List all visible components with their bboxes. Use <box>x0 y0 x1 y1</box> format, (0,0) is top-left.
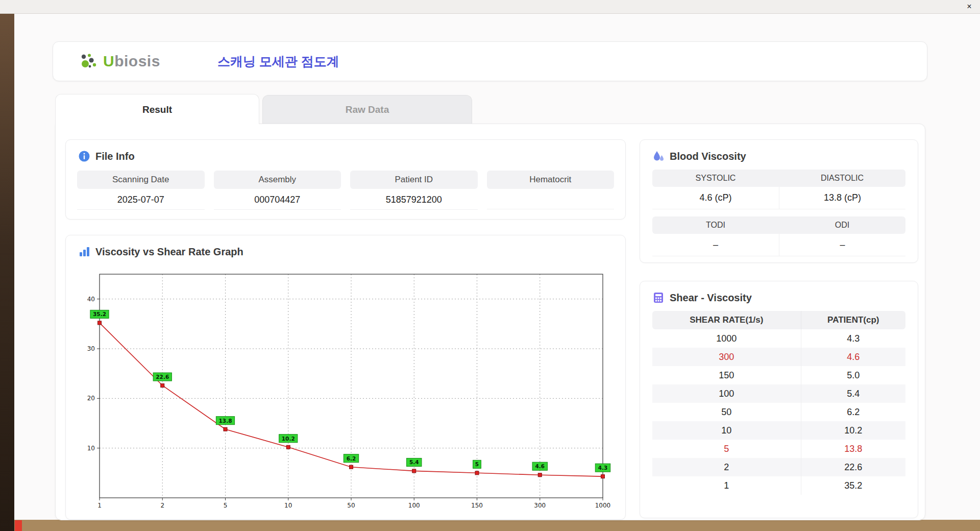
shear-table-row: 10004.3 <box>652 329 905 348</box>
shear-table-row: 513.8 <box>652 440 905 458</box>
svg-text:22.6: 22.6 <box>156 374 169 380</box>
diastolic-label: DIASTOLIC <box>779 170 905 187</box>
brand-name-u: U <box>103 53 114 69</box>
result-panel: File Info Scanning Date 2025-07-07 Assem… <box>55 124 925 520</box>
svg-text:5: 5 <box>224 502 228 509</box>
shear-table-row: 222.6 <box>652 458 905 476</box>
field-value: 2025-07-07 <box>77 189 205 210</box>
svg-text:5.4: 5.4 <box>409 459 419 465</box>
ubiosis-logo-icon <box>79 52 99 70</box>
page-title: 스캐닝 모세관 점도계 <box>217 53 339 70</box>
shear-viscosity-table: SHEAR RATE(1/s) PATIENT(cp) 10004.33004.… <box>652 311 905 495</box>
svg-text:30: 30 <box>87 345 95 352</box>
odi-label: ODI <box>779 216 905 234</box>
svg-text:1: 1 <box>97 502 102 509</box>
viscosity-chart-svg: 102030401251050100150300100035.222.613.8… <box>71 262 612 517</box>
brand-name-rest: biosis <box>114 53 160 69</box>
field-label: Scanning Date <box>77 171 205 189</box>
svg-text:10.2: 10.2 <box>282 436 295 442</box>
patient-column-header: PATIENT(cp) <box>801 311 905 329</box>
info-icon <box>78 150 90 162</box>
todi-value: – <box>652 234 779 256</box>
field-scanning-date: Scanning Date 2025-07-07 <box>77 171 205 210</box>
shear-viscosity-card: Shear - Viscosity SHEAR RATE(1/s) PATIEN… <box>640 281 918 518</box>
shear-table-row: 135.2 <box>652 476 905 495</box>
file-info-card: File Info Scanning Date 2025-07-07 Assem… <box>65 139 626 220</box>
shear-table-row: 1010.2 <box>652 421 905 440</box>
shear-table-row: 506.2 <box>652 403 905 421</box>
blood-viscosity-title: Blood Viscosity <box>670 151 746 162</box>
svg-text:40: 40 <box>87 296 95 303</box>
brand-name: Ubiosis <box>103 53 160 70</box>
svg-text:35.2: 35.2 <box>93 311 106 317</box>
svg-text:6.2: 6.2 <box>347 455 356 462</box>
field-label: Patient ID <box>350 171 478 189</box>
todi-label: TODI <box>652 216 779 234</box>
blood-viscosity-grid: SYSTOLIC DIASTOLIC 4.6 (cP) 13.8 (cP) TO… <box>652 170 905 256</box>
svg-text:5: 5 <box>475 461 479 467</box>
bar-chart-icon <box>78 246 90 258</box>
desktop-left-edge <box>0 14 14 531</box>
field-hematocrit: Hematocrit <box>487 171 615 210</box>
graph-title: Viscosity vs Shear Rate Graph <box>95 246 243 258</box>
viscosity-graph-card: Viscosity vs Shear Rate Graph 1020304012… <box>65 235 626 520</box>
shear-table-row: 3004.6 <box>652 348 905 366</box>
shear-viscosity-title: Shear - Viscosity <box>670 292 752 304</box>
viscosity-chart: 102030401251050100150300100035.222.613.8… <box>71 262 612 517</box>
svg-text:13.8: 13.8 <box>219 418 232 424</box>
svg-text:150: 150 <box>471 502 483 509</box>
water-drop-icon <box>652 150 665 162</box>
field-value: 51857921200 <box>350 189 478 210</box>
file-info-title: File Info <box>95 151 135 162</box>
systolic-label: SYSTOLIC <box>652 170 779 187</box>
calculator-icon <box>652 292 665 304</box>
svg-text:20: 20 <box>87 395 95 402</box>
field-patient-id: Patient ID 51857921200 <box>350 171 478 210</box>
blood-viscosity-card: Blood Viscosity SYSTOLIC DIASTOLIC 4.6 (… <box>640 139 918 263</box>
shear-table-row: 1005.4 <box>652 384 905 403</box>
shear-table-row: 1505.0 <box>652 366 905 384</box>
shear-rate-column-header: SHEAR RATE(1/s) <box>652 311 801 329</box>
close-icon[interactable]: × <box>964 2 975 12</box>
app-window: Ubiosis 스캐닝 모세관 점도계 Result Raw Data File… <box>14 14 980 520</box>
svg-text:4.6: 4.6 <box>535 463 545 469</box>
header-card: Ubiosis 스캐닝 모세관 점도계 <box>53 41 927 81</box>
odi-value: – <box>779 234 905 256</box>
svg-text:10: 10 <box>284 502 292 509</box>
svg-text:4.3: 4.3 <box>598 465 608 471</box>
tab-raw-data[interactable]: Raw Data <box>262 95 472 124</box>
svg-text:1000: 1000 <box>595 502 611 509</box>
shear-table-body: 10004.33004.61505.01005.4506.21010.2513.… <box>652 329 905 495</box>
diastolic-value: 13.8 (cP) <box>779 187 905 209</box>
systolic-value: 4.6 (cP) <box>652 187 779 209</box>
brand-logo: Ubiosis <box>79 52 160 70</box>
svg-text:50: 50 <box>347 502 355 509</box>
field-label: Assembly <box>214 171 341 189</box>
tab-result[interactable]: Result <box>55 94 259 124</box>
svg-text:10: 10 <box>87 445 95 452</box>
field-value: 000704427 <box>214 189 341 210</box>
svg-text:2: 2 <box>160 502 164 509</box>
taskbar-red-chip <box>15 520 22 531</box>
field-assembly: Assembly 000704427 <box>214 171 341 210</box>
svg-text:300: 300 <box>534 502 546 509</box>
window-titlebar: × <box>0 0 980 14</box>
field-value <box>487 189 615 209</box>
svg-text:100: 100 <box>408 502 420 509</box>
field-label: Hematocrit <box>487 171 615 189</box>
